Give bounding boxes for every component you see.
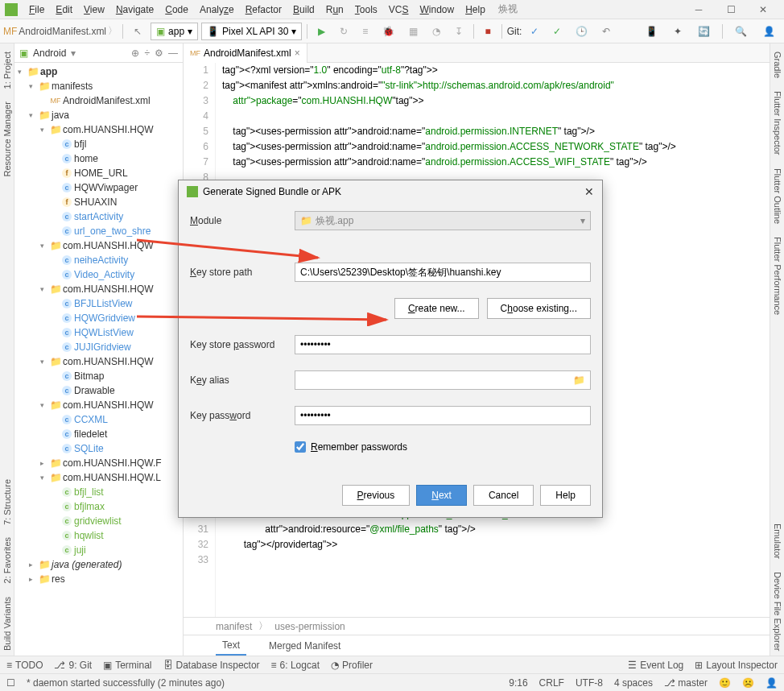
stop-button[interactable]: ■	[479, 23, 496, 40]
menu-refactor[interactable]: Refactor	[241, 2, 287, 17]
tree-node[interactable]: ▾📁com.HUANSHI.HQW	[14, 238, 183, 253]
key-alias-input[interactable]: 📁	[295, 370, 591, 390]
menu-code[interactable]: Code	[160, 2, 193, 17]
breadcrumb-file[interactable]: AndroidManifest.xml	[19, 26, 106, 37]
right-tab-flutter-outline[interactable]: Flutter Outline	[771, 163, 784, 229]
tw-terminal[interactable]: ▣ Terminal	[103, 660, 151, 671]
tw-logcat[interactable]: ≡ 6: Logcat	[271, 660, 320, 671]
editor-tab-manifest[interactable]: MF AndroidManifest.xml ×	[184, 43, 307, 63]
tree-node[interactable]: cHQWGridview	[14, 311, 183, 325]
menu-run[interactable]: Run	[321, 2, 349, 17]
tree-node[interactable]: ▸📁java (generated)	[14, 557, 183, 572]
right-tab-flutter-performance[interactable]: Flutter Performance	[771, 232, 784, 320]
caret-position[interactable]: 9:16	[509, 677, 527, 689]
apply-changes-icon[interactable]: ↻	[334, 23, 353, 40]
keystore-path-input[interactable]: C:\Users\25239\Desktop\签名秘钥\huanshi.key	[295, 263, 591, 282]
tree-node[interactable]: ▾📁com.HUANSHI.HQW	[14, 398, 183, 412]
tw-database-inspector[interactable]: 🗄 Database Inspector	[163, 660, 260, 671]
git-show-history-icon[interactable]: 🕒	[570, 23, 593, 40]
tree-node[interactable]: ▾📁manifests	[14, 79, 183, 93]
dialog-close-button[interactable]: ✕	[584, 185, 594, 198]
coverage-icon[interactable]: ▦	[403, 23, 423, 40]
collapse-all-icon[interactable]: ⊕	[131, 48, 139, 59]
tree-node[interactable]: ▾📁com.HUANSHI.HQW	[14, 354, 183, 369]
right-tab-gradle[interactable]: Gradle	[771, 47, 784, 83]
tree-node[interactable]: ▾📁com.HUANSHI.HQW	[14, 122, 183, 137]
tab-text[interactable]: Text	[216, 636, 246, 656]
remember-passwords-checkbox[interactable]	[295, 441, 306, 453]
attach-debugger-icon[interactable]: ↧	[449, 23, 468, 40]
tree-node[interactable]: cneiheActivity	[14, 253, 183, 267]
sdk-manager-icon[interactable]: ✦	[668, 23, 687, 40]
tree-root[interactable]: ▾📁app	[14, 64, 183, 79]
menu-edit[interactable]: Edit	[51, 2, 77, 17]
user-icon[interactable]: 👤	[757, 23, 781, 40]
tree-node[interactable]: ▸📁res	[14, 572, 183, 586]
git-rollback-icon[interactable]: ↶	[596, 23, 616, 40]
menu-analyze[interactable]: Analyze	[195, 2, 239, 17]
module-dropdown[interactable]: 📁 焕视.app ▾	[295, 211, 591, 230]
menu-file[interactable]: File	[24, 2, 49, 17]
apply-code-icon[interactable]: ≡	[357, 23, 373, 40]
status-smile-icon[interactable]: 🙂	[719, 677, 731, 689]
tree-node[interactable]: cbfjlmax	[14, 499, 183, 514]
tree-node[interactable]: cCCXML	[14, 412, 183, 427]
status-frown-icon[interactable]: ☹️	[742, 677, 754, 689]
sync-gradle-icon[interactable]: 🔄	[692, 23, 716, 40]
git-branch[interactable]: ⎇ master	[664, 677, 708, 689]
keystore-password-input[interactable]: •••••••••	[295, 335, 591, 354]
left-tab-structure[interactable]: 7: Structure	[1, 474, 14, 530]
tw-profiler[interactable]: ◔ Profiler	[331, 660, 373, 671]
tree-node[interactable]: cbfjl	[14, 137, 183, 151]
tree-node[interactable]: curl_one_two_shre	[14, 224, 183, 238]
editor-breadcrumb[interactable]: manifest 〉 uses-permission	[184, 617, 770, 635]
previous-button[interactable]: Previous	[342, 485, 411, 506]
tree-node[interactable]: cBFJLListView	[14, 296, 183, 311]
tree-node[interactable]: cfiledelet	[14, 427, 183, 441]
close-tab-icon[interactable]: ×	[295, 48, 300, 59]
tree-node[interactable]: cHQWViwpager	[14, 180, 183, 195]
help-button[interactable]: Help	[540, 485, 591, 506]
project-tree[interactable]: ▾📁app▾📁manifestsMFAndroidManifest.xml▾📁j…	[14, 63, 183, 656]
run-button[interactable]: ▶	[312, 23, 331, 40]
debug-button[interactable]: 🐞	[377, 23, 400, 40]
tree-node[interactable]: cBitmap	[14, 369, 183, 383]
menu-view[interactable]: View	[79, 2, 109, 17]
tw-git[interactable]: ⎇ 9: Git	[54, 660, 92, 671]
add-config-icon[interactable]: ↖	[128, 23, 147, 40]
status-inspector-icon[interactable]: 👤	[765, 677, 778, 689]
device-dropdown[interactable]: 📱 Pixel XL API 30 ▾	[201, 23, 302, 40]
window-minimize[interactable]: ─	[683, 0, 715, 19]
menu-vcs[interactable]: VCS	[384, 2, 414, 17]
key-password-input[interactable]: •••••••••	[295, 406, 591, 425]
left-tab-favorites[interactable]: 2: Favorites	[1, 532, 14, 588]
tw-todo[interactable]: ≡ TODO	[6, 660, 43, 671]
tree-node[interactable]: cgridviewlist	[14, 514, 183, 528]
tab-merged-manifest[interactable]: Merged Manifest	[262, 637, 347, 655]
window-close[interactable]: ✕	[747, 0, 779, 19]
indent-settings[interactable]: 4 spaces	[614, 677, 653, 689]
tree-node[interactable]: cstartActivity	[14, 209, 183, 224]
profile-button[interactable]: ◔	[427, 23, 446, 40]
menu-window[interactable]: Window	[415, 2, 459, 17]
tw-event-log[interactable]: ☰ Event Log	[628, 660, 683, 671]
menu-build[interactable]: Build	[288, 2, 320, 17]
tree-node[interactable]: cHQWListView	[14, 325, 183, 340]
right-tab-emulator[interactable]: Emulator	[771, 519, 784, 564]
window-maximize[interactable]: ☐	[715, 0, 747, 19]
hide-panel-icon[interactable]: —	[168, 48, 178, 59]
avd-manager-icon[interactable]: 📱	[640, 23, 663, 40]
tree-node[interactable]: cJUJIGridview	[14, 340, 183, 354]
left-tab-resource-manager[interactable]: Resource Manager	[1, 97, 14, 182]
tree-node[interactable]: chqwlist	[14, 528, 183, 543]
tree-node[interactable]: ▾📁com.HUANSHI.HQW	[14, 282, 183, 296]
create-new-button[interactable]: Create new...	[394, 298, 479, 319]
line-separator[interactable]: CRLF	[539, 677, 564, 689]
next-button[interactable]: Next	[416, 485, 467, 506]
git-commit-icon[interactable]: ✓	[547, 23, 567, 40]
chevron-down-icon[interactable]: ▾	[71, 48, 76, 59]
tree-node[interactable]: chome	[14, 151, 183, 166]
tree-node[interactable]: fHOME_URL	[14, 166, 183, 180]
folder-browse-icon[interactable]: 📁	[573, 374, 585, 386]
tree-node[interactable]: MFAndroidManifest.xml	[14, 93, 183, 108]
